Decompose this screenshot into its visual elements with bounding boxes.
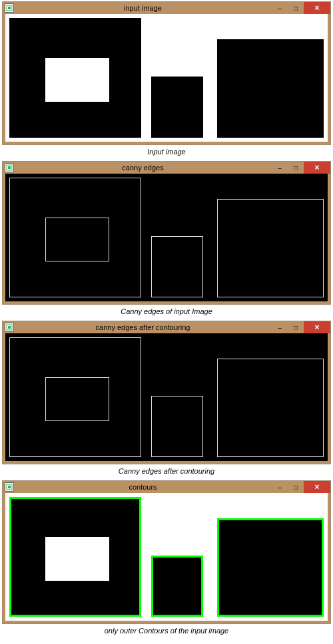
close-button[interactable]: × <box>304 321 330 333</box>
small-square <box>151 77 203 138</box>
app-icon <box>5 482 14 492</box>
svg-rect-7 <box>8 486 11 488</box>
edge-right-rect <box>217 199 324 297</box>
figure-canny: canny edges – □ × Canny edges of input I… <box>0 161 333 319</box>
edge-small-square <box>151 236 203 297</box>
contour-small-square <box>151 556 203 617</box>
titlebar: contours – □ × <box>3 481 330 493</box>
titlebar: canny edges – □ × <box>3 162 330 174</box>
svg-rect-3 <box>8 166 11 169</box>
window-title: contours <box>14 483 272 491</box>
contour-right-rect <box>217 518 324 617</box>
image-canvas <box>5 493 329 621</box>
figure-caption: only outer Contours of the input image <box>0 624 333 639</box>
titlebar: input image – □ × <box>3 2 330 14</box>
maximize-button[interactable]: □ <box>288 162 304 173</box>
figure-caption: Input image <box>0 145 333 160</box>
app-icon <box>5 3 14 13</box>
close-button[interactable]: × <box>304 162 330 174</box>
window-controls: – □ × <box>272 2 330 14</box>
right-rect <box>217 39 324 138</box>
app-icon <box>5 323 14 332</box>
image-canvas <box>5 174 329 301</box>
canvas-container <box>5 493 328 621</box>
large-inner-white <box>45 537 109 581</box>
large-square-inner <box>45 58 109 102</box>
window-title: input image <box>14 4 272 12</box>
window-input-image: input image – □ × <box>2 1 331 145</box>
maximize-button[interactable]: □ <box>288 482 304 492</box>
figure-input: input image – □ × Input image <box>0 1 333 160</box>
figure-contours: contours – □ × only outer Contours of th… <box>0 480 333 639</box>
minimize-button[interactable]: – <box>272 482 288 492</box>
svg-rect-1 <box>8 7 11 9</box>
image-canvas <box>5 333 329 461</box>
titlebar: canny edges after contouring – □ × <box>3 321 330 333</box>
maximize-button[interactable]: □ <box>288 3 304 13</box>
window-controls: – □ × <box>272 321 330 333</box>
window-canny-after-contour: canny edges after contouring – □ × <box>2 321 331 464</box>
canvas-container <box>5 174 328 301</box>
edge-small-square <box>151 396 203 457</box>
minimize-button[interactable]: – <box>272 3 288 13</box>
canvas-container <box>5 14 328 142</box>
close-button[interactable]: × <box>304 481 330 493</box>
figure-caption: Canny edges of input Image <box>0 305 333 319</box>
window-title: canny edges after contouring <box>14 323 272 331</box>
edge-large-inner <box>45 218 109 261</box>
edge-large-inner <box>45 377 109 421</box>
window-title: canny edges <box>14 164 272 172</box>
minimize-button[interactable]: – <box>272 162 288 173</box>
maximize-button[interactable]: □ <box>288 322 304 333</box>
edge-right-rect <box>217 359 324 457</box>
app-icon <box>5 163 14 172</box>
minimize-button[interactable]: – <box>272 322 288 333</box>
figure-canny-contour: canny edges after contouring – □ × Canny… <box>0 321 333 479</box>
window-contours: contours – □ × <box>2 480 331 624</box>
svg-rect-5 <box>8 326 11 329</box>
window-controls: – □ × <box>272 481 330 493</box>
figure-caption: Canny edges after contouring <box>0 464 333 479</box>
window-canny-edges: canny edges – □ × <box>2 161 331 305</box>
window-controls: – □ × <box>272 162 330 174</box>
close-button[interactable]: × <box>304 2 330 14</box>
image-canvas <box>5 14 329 142</box>
canvas-container <box>5 333 328 461</box>
